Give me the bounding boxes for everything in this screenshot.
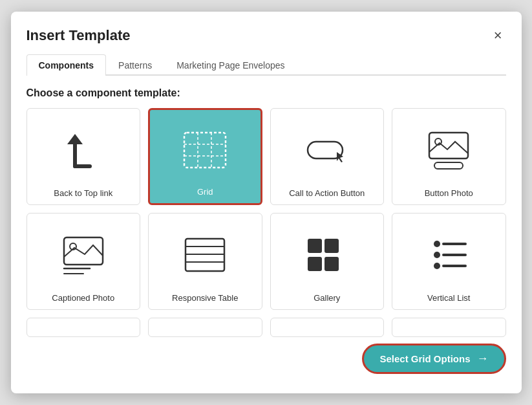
- tab-bar: Components Patterns Marketing Page Envel…: [27, 54, 506, 76]
- svg-marker-2: [67, 134, 83, 144]
- svg-rect-24: [325, 257, 339, 271]
- vertical-list-icon: [399, 223, 499, 287]
- insert-template-dialog: Insert Template × Components Patterns Ma…: [11, 12, 522, 393]
- svg-rect-3: [184, 133, 226, 168]
- dialog-header: Insert Template ×: [27, 27, 506, 44]
- gallery-icon: [277, 223, 378, 287]
- card-back-to-top[interactable]: Back to Top link: [27, 108, 141, 205]
- card-vertical-list[interactable]: Vertical List: [392, 213, 506, 310]
- arrow-icon: →: [477, 352, 489, 366]
- svg-point-29: [434, 263, 440, 269]
- partial-row: [27, 318, 506, 337]
- close-button[interactable]: ×: [490, 27, 506, 44]
- tab-marketing[interactable]: Marketing Page Envelopes: [164, 54, 297, 76]
- svg-rect-23: [308, 257, 322, 271]
- card-responsive-table[interactable]: Responsive Table: [148, 213, 262, 310]
- card-cta-button[interactable]: Call to Action Button: [270, 108, 385, 205]
- select-grid-options-button[interactable]: Select Grid Options →: [362, 344, 505, 374]
- captioned-photo-icon: [34, 223, 134, 287]
- card-button-photo[interactable]: Button Photo: [392, 108, 506, 205]
- back-to-top-icon: [34, 118, 134, 182]
- bottom-row: Select Grid Options →: [27, 344, 506, 374]
- partial-card-2: [148, 318, 262, 337]
- dialog-title: Insert Template: [27, 27, 131, 44]
- card-captioned-photo[interactable]: Captioned Photo: [27, 213, 141, 310]
- tab-components[interactable]: Components: [27, 54, 107, 76]
- svg-point-25: [434, 241, 440, 247]
- card-label: Gallery: [314, 293, 340, 303]
- svg-point-27: [434, 252, 440, 258]
- card-label: Vertical List: [427, 293, 470, 303]
- svg-rect-10: [429, 133, 468, 159]
- responsive-table-icon: [155, 223, 255, 287]
- svg-rect-12: [434, 162, 463, 169]
- svg-rect-21: [308, 239, 322, 253]
- button-photo-icon: [399, 118, 499, 182]
- partial-card-1: [27, 318, 141, 337]
- grid-icon: [156, 119, 254, 181]
- card-label: Call to Action Button: [289, 188, 365, 198]
- select-btn-label: Select Grid Options: [379, 353, 470, 364]
- partial-card-4: [392, 318, 506, 337]
- svg-rect-22: [325, 239, 339, 253]
- card-label: Grid: [197, 187, 213, 197]
- card-grid[interactable]: Grid: [148, 108, 262, 205]
- card-label: Captioned Photo: [52, 293, 114, 303]
- card-label: Button Photo: [425, 188, 473, 198]
- section-title: Choose a component template:: [27, 87, 506, 99]
- partial-card-3: [270, 318, 385, 337]
- card-label: Back to Top link: [54, 188, 112, 198]
- card-gallery[interactable]: Gallery: [270, 213, 385, 310]
- tab-patterns[interactable]: Patterns: [106, 54, 164, 76]
- card-label: Responsive Table: [172, 293, 238, 303]
- template-grid: Back to Top link Grid: [27, 108, 506, 310]
- cta-icon: [277, 118, 378, 182]
